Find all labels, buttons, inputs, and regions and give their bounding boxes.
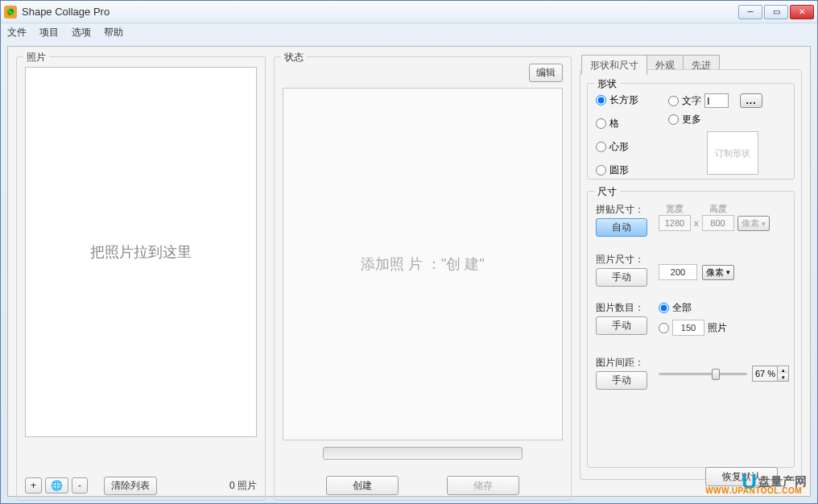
photo-manual-button[interactable]: 手动 (596, 268, 647, 287)
size-group: 尺寸 拼贴尺寸： 自动 宽度 1280 x 高度 800 像素 (587, 191, 795, 468)
photo-size-input[interactable]: 200 (659, 264, 697, 280)
shape-more-label: 更多 (682, 113, 701, 126)
status-panel: 状态 编辑 添加照 片 ："创 建" 创建 储存 (274, 56, 572, 501)
collage-width[interactable]: 1280 (659, 215, 691, 231)
shape-more-radio[interactable] (668, 114, 679, 125)
shape-rect[interactable]: 长方形 (596, 93, 638, 107)
collage-size-label: 拼贴尺寸： (596, 203, 647, 217)
spacing-spinner[interactable]: 67 % ▴▾ (752, 366, 789, 382)
spacing-label: 图片间距： (596, 356, 647, 370)
settings-panel: 形状 长方形 格 心形 圆形 文字 ... (580, 69, 802, 480)
photo-size-label: 照片尺寸： (596, 253, 647, 266)
menu-file[interactable]: 文件 (7, 26, 27, 39)
photos-label: 照片 (23, 51, 49, 64)
shape-text-label: 文字 (682, 94, 701, 108)
drop-hint: 把照片拉到这里 (90, 242, 192, 262)
count-input[interactable]: 150 (672, 320, 704, 336)
size-group-label: 尺寸 (594, 185, 620, 199)
height-small-label: 高度 (702, 203, 734, 215)
photos-panel: 照片 把照片拉到这里 + 🌐 - 清除列表 0 照片 (16, 56, 266, 501)
custom-shape-box[interactable]: 订制形状 (707, 131, 758, 175)
count-manual-button[interactable]: 手动 (596, 316, 647, 335)
preview-area: 添加照 片 ："创 建" (283, 88, 563, 440)
watermark: U盘量产网 WWW.UPANTOOL.COM (742, 469, 807, 494)
tab-shape-size[interactable]: 形状和尺寸 (581, 55, 647, 75)
menu-help[interactable]: 帮助 (104, 26, 123, 39)
count-all-radio[interactable]: 全部 (659, 301, 727, 315)
window-title: Shape Collage Pro (22, 6, 738, 18)
spacing-slider[interactable] (659, 366, 747, 381)
app-icon (4, 6, 17, 19)
preview-hint: 添加照 片 ："创 建" (361, 254, 485, 274)
remove-photo-button[interactable]: - (72, 477, 88, 494)
add-photo-button[interactable]: + (25, 477, 42, 494)
collage-auto-button[interactable]: 自动 (596, 218, 647, 237)
maximize-button[interactable]: ▭ (764, 5, 788, 19)
titlebar[interactable]: Shape Collage Pro ─ ▭ ✕ (1, 1, 817, 23)
edit-button[interactable]: 编辑 (529, 64, 563, 82)
app-window: Shape Collage Pro ─ ▭ ✕ 文件 项目 选项 帮助 照片 把… (0, 0, 818, 504)
status-label: 状态 (281, 51, 307, 64)
count-num-radio[interactable] (659, 323, 669, 333)
width-small-label: 宽度 (659, 203, 691, 215)
spacing-manual-button[interactable]: 手动 (596, 371, 647, 390)
shape-circle[interactable]: 圆形 (596, 163, 638, 177)
menubar: 文件 项目 选项 帮助 (1, 23, 817, 41)
collage-unit-select[interactable]: 像素 (737, 216, 770, 231)
shape-text-radio[interactable] (668, 96, 679, 106)
photo-drop-area[interactable]: 把照片拉到这里 (25, 67, 257, 437)
shape-group: 形状 长方形 格 心形 圆形 文字 ... (587, 83, 795, 180)
collage-height[interactable]: 800 (702, 215, 734, 231)
clear-list-button[interactable]: 清除列表 (104, 477, 157, 495)
menu-options[interactable]: 选项 (72, 26, 91, 39)
menu-project[interactable]: 项目 (39, 26, 59, 39)
shape-grid[interactable]: 格 (596, 117, 638, 130)
shape-heart[interactable]: 心形 (596, 140, 638, 154)
x-label: x (694, 218, 699, 231)
web-photo-button[interactable]: 🌐 (45, 477, 68, 494)
count-suffix: 照片 (708, 321, 727, 335)
save-button[interactable]: 储存 (447, 476, 519, 495)
close-button[interactable]: ✕ (790, 5, 814, 19)
progress-bar (323, 447, 523, 460)
photo-count-label: 图片数目： (596, 301, 647, 315)
shape-group-label: 形状 (594, 77, 620, 91)
create-button[interactable]: 创建 (326, 476, 399, 495)
client-area: 照片 把照片拉到这里 + 🌐 - 清除列表 0 照片 状态 编辑 添加照 片 ：… (7, 46, 811, 497)
photo-count: 0 照片 (229, 479, 257, 493)
shape-text-input[interactable] (704, 93, 729, 108)
shape-browse-button[interactable]: ... (740, 93, 762, 108)
photo-unit-select[interactable]: 像素 (702, 265, 734, 280)
minimize-button[interactable]: ─ (738, 5, 762, 19)
